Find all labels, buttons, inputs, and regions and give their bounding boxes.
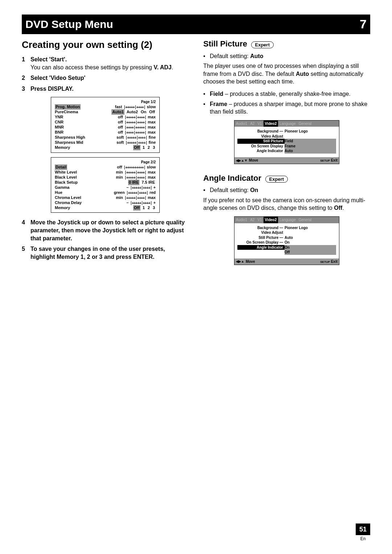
default-value: On xyxy=(250,187,258,193)
setup-value: Pioneer Logo xyxy=(285,225,336,231)
setup-value: Field xyxy=(285,139,336,144)
move-label: Move xyxy=(246,259,255,264)
step-title: Press DISPLAY. xyxy=(30,86,74,92)
bullet-icon: • xyxy=(203,90,210,98)
osd-param-value: min|+++++|++++|max xyxy=(116,175,156,180)
setup-tab: V1 xyxy=(256,121,263,127)
setup-value: Auto xyxy=(285,235,336,240)
step-title: To save your changes in one of the user … xyxy=(30,246,165,260)
step-title: Select 'Video Setup' xyxy=(30,75,85,81)
osd-param-label: Memory xyxy=(55,205,70,211)
right-column: Still Picture Expert • Default setting: … xyxy=(203,38,370,274)
step-3: 3 Press DISPLAY. xyxy=(22,85,189,93)
osd-param-value: Off123 xyxy=(133,205,156,211)
setup-tab: Language xyxy=(278,217,297,223)
setup-value: Off xyxy=(285,250,336,255)
osd-param-value: –|+++++|++++|+ xyxy=(126,200,156,205)
still-picture-section: Still Picture Expert • Default setting: … xyxy=(203,38,370,164)
expert-badge: Expert xyxy=(265,176,288,183)
osd-param-label: BNR xyxy=(55,130,64,135)
bullet-text: – produces a stable, generally shake-fre… xyxy=(223,91,350,97)
osd-param-label: Gamma xyxy=(55,185,69,190)
setup-label: SETUP xyxy=(320,260,330,264)
step-text: You can also access these settings by pr… xyxy=(30,64,154,70)
setup-key: On Screen Display xyxy=(237,144,285,149)
nav-arrows-icon: ◀▶▲▼ xyxy=(236,158,248,163)
osd-param-label: YNR xyxy=(55,114,63,120)
osd-param-label: Prog. Motion xyxy=(55,104,81,110)
setup-key: Background — xyxy=(237,129,285,134)
osd-param-label: MNR xyxy=(55,125,64,130)
bullet-text: – produces a sharper image, but more pro… xyxy=(210,101,367,115)
setup-value: Auto xyxy=(285,148,336,154)
exit-label: Exit xyxy=(331,158,338,162)
bullet-icon: • xyxy=(203,100,210,116)
osd-param-label: Detail xyxy=(55,164,67,170)
osd-param-label: White Level xyxy=(55,170,77,175)
osd-page-2: Page 2/2 Detailoff|++++++++++|slowWhite … xyxy=(51,157,160,213)
step-1: 1 Select 'Start'. You can also access th… xyxy=(22,56,189,71)
osd-param-label: CNR xyxy=(55,119,64,125)
setup-label: SETUP xyxy=(320,159,330,162)
osd-page-1: Page 1/2 Prog. Motionfast|+++++|++++|slo… xyxy=(51,97,160,153)
osd-param-value: off|+++++|++++|max xyxy=(118,119,156,125)
osd-param-value: off|++++|+++++|max xyxy=(118,125,156,130)
setup-tab: Video2 xyxy=(264,217,278,223)
bullet-icon: • xyxy=(203,186,210,194)
step-number: 4 xyxy=(22,219,30,242)
setup-key: Video Adjust xyxy=(237,134,285,139)
paragraph: The player uses one of two processes whe… xyxy=(203,62,370,86)
setup-tab: Audio1 xyxy=(234,217,249,223)
left-column: Creating your own setting (2) 1 Select '… xyxy=(22,38,189,274)
setup-tab: Language xyxy=(278,121,297,127)
osd-param-label: Black Setup xyxy=(55,180,78,185)
section-heading: Angle Indicator xyxy=(203,174,261,183)
osd-param-label: Hue xyxy=(55,190,62,195)
osd-page-label: Page 2/2 xyxy=(55,160,156,165)
expert-badge: Expert xyxy=(251,41,274,49)
exit-label: Exit xyxy=(331,260,338,264)
setup-key: Angle Indicator xyxy=(237,245,285,250)
setup-key: Video Adjust xyxy=(237,230,285,235)
step-title: Select 'Start'. xyxy=(30,56,67,62)
osd-param-value: Auto1Auto2OnOff xyxy=(111,109,156,115)
setup-tab: General xyxy=(297,121,313,127)
setup-key xyxy=(237,250,285,255)
move-label: Move xyxy=(249,158,258,163)
setup-value xyxy=(285,230,336,235)
setup-key: Still Picture xyxy=(237,139,285,144)
osd-param-value: soft|+++++|++++|fine xyxy=(117,135,156,140)
setup-value: On xyxy=(285,240,336,245)
bullet-term: Field xyxy=(210,91,223,97)
hotkey: V. ADJ xyxy=(154,64,172,70)
step-number: 2 xyxy=(22,74,30,82)
setup-value: Frame xyxy=(285,144,336,149)
osd-param-value: min|+++++|++++|max xyxy=(116,195,156,200)
osd-param-label: PureCinema xyxy=(55,109,78,115)
default-value: Auto xyxy=(250,53,263,59)
osd-param-value: 0 IRE7.5 IRE xyxy=(128,180,156,185)
step-4: 4 Move the Joystick up or down to select… xyxy=(22,219,189,242)
setup-tab: Audio1 xyxy=(234,121,249,127)
osd-param-value: green|+++++|++++|red xyxy=(114,190,156,195)
osd-param-value: off|++++++++++|slow xyxy=(117,164,156,170)
setup-tab: V1 xyxy=(256,217,263,223)
step-number: 5 xyxy=(22,245,30,261)
setup-tab: Video2 xyxy=(264,121,278,127)
osd-param-label: Chroma Level xyxy=(55,195,81,200)
step-number: 3 xyxy=(22,85,30,93)
osd-param-value: off|+++++|++++|max xyxy=(118,114,156,120)
osd-page-label: Page 1/2 xyxy=(55,99,156,105)
setup-value: Pioneer Logo xyxy=(285,129,336,134)
setup-key: Background — xyxy=(237,225,285,231)
setup-key: Angle Indicator xyxy=(237,148,285,154)
chapter-title: DVD Setup Menu xyxy=(25,17,113,32)
default-label: Default setting: xyxy=(210,53,250,59)
default-label: Default setting: xyxy=(210,187,250,193)
chapter-number: 7 xyxy=(360,16,367,33)
section-heading: Still Picture xyxy=(203,39,247,48)
setup-screen-still: Audio1A2V1Video2LanguageGeneral Backgrou… xyxy=(234,120,339,164)
step-number: 1 xyxy=(22,56,30,71)
osd-param-label: Black Level xyxy=(55,175,77,180)
setup-screen-angle: Audio1A2V1Video2LanguageGeneral Backgrou… xyxy=(234,216,339,265)
